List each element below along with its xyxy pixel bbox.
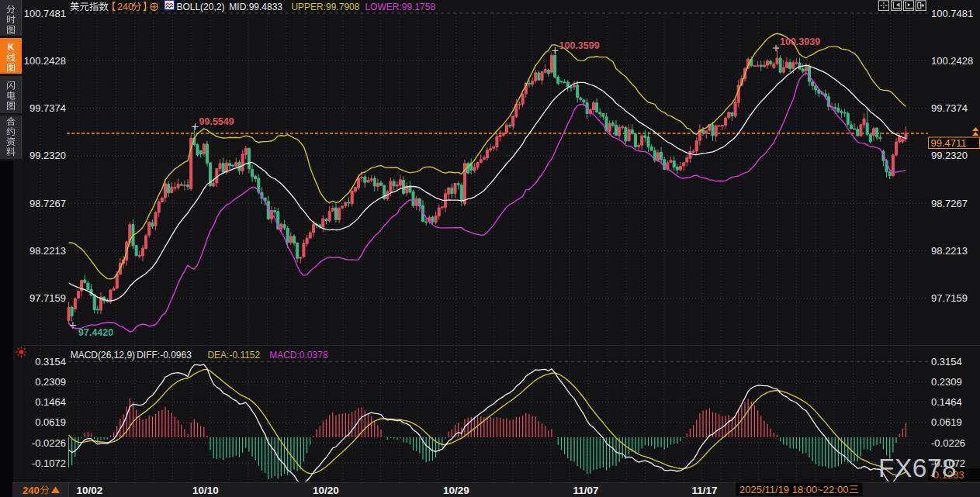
svg-text:0.3154: 0.3154 (931, 356, 962, 368)
svg-text:0.1464: 0.1464 (35, 396, 66, 408)
svg-text:-0.0226: -0.0226 (32, 437, 66, 449)
svg-text:99.5549: 99.5549 (199, 116, 234, 127)
svg-text:LOWER:99.1758: LOWER:99.1758 (365, 2, 435, 12)
svg-text:99.7374: 99.7374 (29, 102, 66, 114)
svg-text:98.2213: 98.2213 (931, 245, 968, 257)
svg-text:99.4711: 99.4711 (931, 137, 967, 149)
svg-text:0.0619: 0.0619 (35, 416, 66, 428)
svg-text:DEA:-0.1152: DEA:-0.1152 (207, 350, 260, 361)
svg-text:97.4420: 97.4420 (78, 327, 113, 338)
svg-text:K: K (8, 42, 15, 53)
svg-text:DIFF:-0.0963: DIFF:-0.0963 (137, 350, 192, 361)
svg-text:10/10: 10/10 (192, 485, 219, 496)
svg-text:240: 240 (23, 485, 40, 496)
svg-text:MACD:0.0378: MACD:0.0378 (269, 350, 328, 361)
svg-text:-0.1072: -0.1072 (32, 457, 66, 469)
svg-text:0.1464: 0.1464 (931, 396, 962, 408)
svg-text:0.2309: 0.2309 (35, 376, 66, 388)
svg-text:MID:99.4833: MID:99.4833 (229, 2, 282, 12)
svg-text:240: 240 (117, 2, 133, 12)
svg-text:97.7159: 97.7159 (931, 292, 968, 304)
svg-text:2025/11/19 18:00~22:00: 2025/11/19 18:00~22:00 (739, 484, 848, 495)
svg-text:0.3154: 0.3154 (35, 356, 66, 368)
svg-text:0.0619: 0.0619 (931, 416, 962, 428)
svg-text:98.7267: 98.7267 (29, 198, 66, 209)
svg-text:100.7481: 100.7481 (24, 8, 66, 19)
svg-text:BOLL(20,2): BOLL(20,2) (176, 2, 224, 12)
svg-text:100.3599: 100.3599 (559, 40, 600, 51)
svg-text:99.7374: 99.7374 (931, 102, 968, 114)
svg-text:FX678: FX678 (878, 454, 957, 482)
svg-text:97.7159: 97.7159 (29, 292, 66, 304)
svg-text:MACD(26,12,9): MACD(26,12,9) (71, 350, 135, 361)
svg-text:100.2428: 100.2428 (931, 55, 973, 67)
svg-text:11/07: 11/07 (573, 485, 598, 496)
svg-text:10/29: 10/29 (443, 485, 469, 496)
svg-text:100.2428: 100.2428 (24, 55, 66, 67)
svg-text:98.2213: 98.2213 (29, 245, 66, 257)
svg-text:100.7481: 100.7481 (931, 8, 973, 19)
svg-text:98.7267: 98.7267 (931, 198, 968, 209)
svg-text:-0.0226: -0.0226 (931, 437, 965, 449)
svg-text:10/20: 10/20 (313, 485, 339, 496)
svg-text:0.2309: 0.2309 (931, 376, 962, 388)
svg-text:99.2320: 99.2320 (931, 150, 968, 161)
svg-text:UPPER:99.7908: UPPER:99.7908 (291, 2, 359, 12)
svg-text:10/02: 10/02 (77, 485, 103, 496)
svg-text:11/17: 11/17 (691, 485, 717, 496)
svg-text:100.3939: 100.3939 (780, 36, 820, 47)
svg-text:99.2320: 99.2320 (29, 150, 66, 161)
